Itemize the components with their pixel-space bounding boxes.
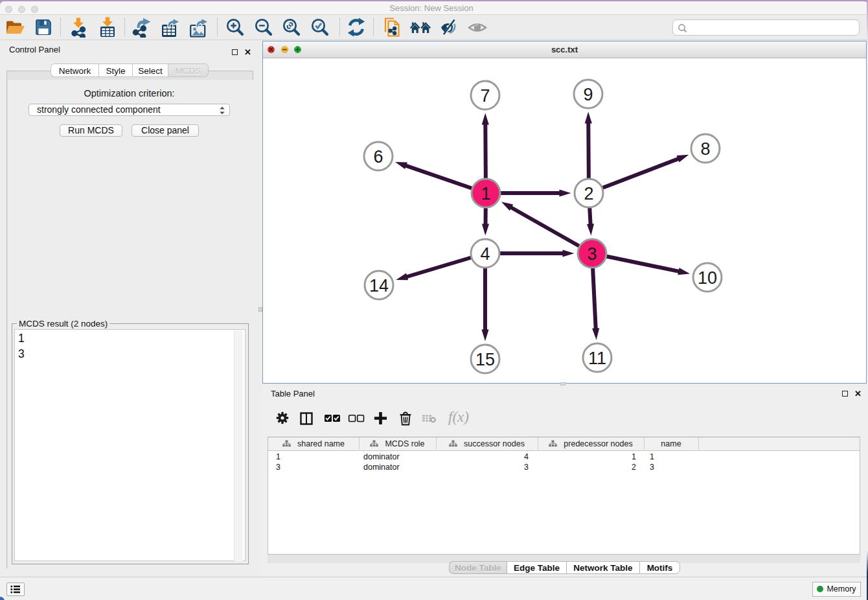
svg-text:7: 7 <box>480 86 490 106</box>
svg-text:11: 11 <box>588 349 606 368</box>
svg-text:14: 14 <box>369 276 389 295</box>
svg-text:2: 2 <box>584 184 593 203</box>
svg-text:4: 4 <box>480 244 490 264</box>
svg-text:3: 3 <box>587 244 597 264</box>
svg-text:8: 8 <box>700 139 710 159</box>
svg-text:6: 6 <box>373 147 383 167</box>
svg-text:15: 15 <box>475 350 495 369</box>
svg-text:10: 10 <box>698 268 717 288</box>
svg-text:9: 9 <box>583 85 593 104</box>
svg-text:1: 1 <box>481 184 490 203</box>
